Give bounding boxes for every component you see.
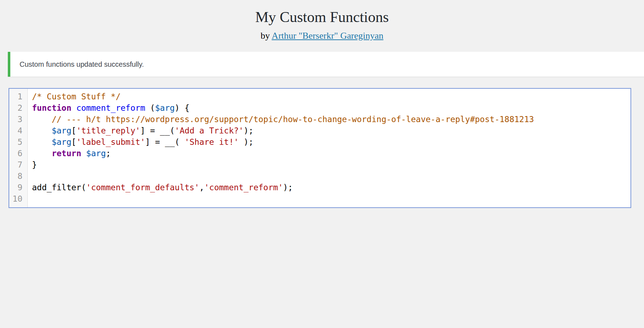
line-number: 10	[9, 193, 27, 204]
line-number: 1	[9, 91, 27, 102]
code-line[interactable]: // --- h/t https://wordpress.org/support…	[32, 114, 630, 125]
code-line[interactable]: function comment_reform ($arg) {	[32, 102, 630, 114]
code-line[interactable]: return $arg;	[32, 148, 630, 159]
code-line[interactable]: add_filter('comment_form_defaults','comm…	[32, 182, 630, 193]
token-variable: $arg	[155, 103, 175, 113]
line-number: 7	[9, 159, 27, 170]
code-line[interactable]	[32, 170, 630, 182]
token-plain: );	[283, 183, 293, 192]
notice-message: Custom functions updated successfully.	[20, 60, 144, 69]
token-plain: ] = __(	[145, 137, 185, 147]
line-number: 9	[9, 182, 27, 193]
token-string: 'Add a Trick?'	[175, 126, 244, 135]
code-line[interactable]: }	[32, 159, 630, 170]
page-title: My Custom Functions	[0, 9, 644, 26]
token-plain: add_filter(	[32, 183, 86, 192]
byline: by Arthur "Berserkr" Gareginyan	[0, 31, 644, 41]
code-line[interactable]: $arg['label_submit'] = __( 'Share it!' )…	[32, 136, 630, 148]
token-plain: );	[243, 126, 253, 135]
page: My Custom Functions by Arthur "Berserkr"…	[0, 0, 644, 328]
line-number: 8	[9, 170, 27, 182]
line-number: 3	[9, 114, 27, 125]
code-lines[interactable]: /* Custom Stuff */function comment_refor…	[28, 89, 630, 207]
token-plain: [	[71, 126, 76, 135]
token-variable: $arg	[52, 126, 71, 135]
token-plain	[81, 149, 86, 158]
token-plain: (	[145, 103, 155, 113]
line-number: 5	[9, 136, 27, 148]
token-plain	[71, 103, 76, 113]
token-plain: [	[71, 137, 76, 147]
code-line[interactable]: $arg['title_reply'] = __('Add a Trick?')…	[32, 125, 630, 136]
token-variable: $arg	[52, 137, 71, 147]
token-plain	[32, 149, 52, 158]
token-plain: ,	[199, 183, 204, 192]
token-plain: ) {	[175, 103, 190, 113]
token-comment: /* Custom Stuff */	[32, 92, 120, 101]
token-plain: ] = __(	[140, 126, 175, 135]
gutter: 12345678910	[9, 89, 28, 207]
token-keyword: return	[52, 149, 81, 158]
line-number: 2	[9, 102, 27, 114]
success-notice: Custom functions updated successfully.	[8, 52, 644, 77]
token-plain	[32, 137, 52, 147]
page-header: My Custom Functions by Arthur "Berserkr"…	[0, 9, 644, 41]
token-def: comment_reform	[76, 103, 145, 113]
line-number: 6	[9, 148, 27, 159]
token-string: 'comment_reform'	[204, 183, 283, 192]
token-plain	[32, 126, 52, 135]
token-plain: );	[239, 137, 254, 147]
code-line[interactable]	[32, 193, 630, 204]
token-string: 'comment_form_defaults'	[86, 183, 199, 192]
line-number: 4	[9, 125, 27, 136]
code-line[interactable]: /* Custom Stuff */	[32, 91, 630, 102]
token-variable: $arg	[86, 149, 106, 158]
token-plain: ;	[106, 149, 111, 158]
token-keyword: function	[32, 103, 71, 113]
token-plain: }	[32, 160, 37, 169]
token-string: 'label_submit'	[76, 137, 145, 147]
token-comment: // --- h/t https://wordpress.org/support…	[32, 115, 534, 124]
author-link[interactable]: Arthur "Berserkr" Gareginyan	[272, 31, 383, 41]
byline-prefix: by	[261, 31, 272, 41]
token-string: 'title_reply'	[76, 126, 140, 135]
token-string: 'Share it!'	[184, 137, 238, 147]
code-editor[interactable]: 12345678910 /* Custom Stuff */function c…	[9, 88, 631, 208]
